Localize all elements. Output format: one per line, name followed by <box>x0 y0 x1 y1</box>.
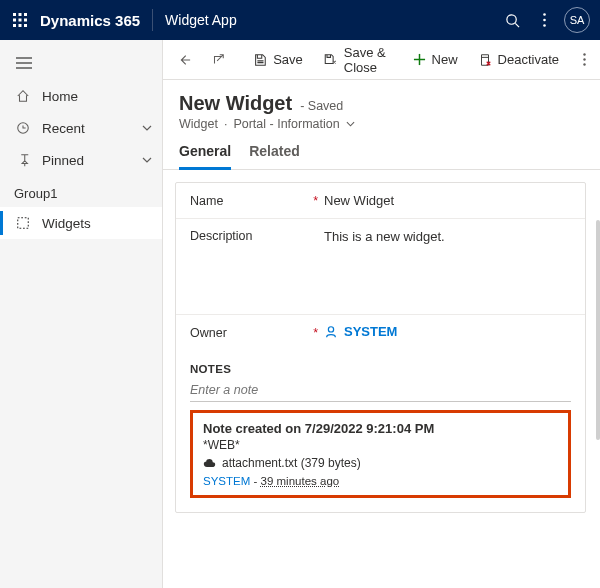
svg-rect-4 <box>19 19 22 22</box>
scrollbar[interactable] <box>596 220 600 440</box>
field-owner[interactable]: Owner* SYSTEM <box>176 315 585 351</box>
field-name-value[interactable]: New Widget <box>324 193 571 208</box>
owner-value: SYSTEM <box>344 324 397 339</box>
plus-icon <box>413 53 426 66</box>
site-map-sidebar: Home Recent Pinned Group1 Widgets <box>0 40 163 588</box>
svg-point-11 <box>543 13 546 16</box>
tab-general[interactable]: General <box>179 143 231 170</box>
chevron-down-icon[interactable] <box>346 121 355 127</box>
chevron-down-icon <box>142 125 152 131</box>
global-top-bar: Dynamics 365 Widget App SA <box>0 0 600 40</box>
form-panel: Name* New Widget Description This is a n… <box>175 182 586 513</box>
svg-rect-7 <box>19 24 22 27</box>
svg-point-21 <box>583 53 585 55</box>
user-avatar[interactable]: SA <box>564 7 590 33</box>
person-icon <box>324 325 338 339</box>
sidebar-toggle-icon[interactable] <box>0 46 162 80</box>
save-label: Save <box>273 52 303 67</box>
field-desc-value[interactable]: This is a new widget. <box>324 229 571 244</box>
nav-widgets-label: Widgets <box>42 216 91 231</box>
svg-point-13 <box>543 24 546 27</box>
owner-link[interactable]: SYSTEM <box>324 324 397 339</box>
note-card-highlighted: Note created on 7/29/2022 9:21:04 PM *WE… <box>190 410 571 498</box>
form-body: Name* New Widget Description This is a n… <box>163 170 600 588</box>
form-selector[interactable]: Portal - Information <box>233 117 339 131</box>
notes-header: NOTES <box>176 351 585 377</box>
crumb-entity: Widget <box>179 117 218 131</box>
app-launcher-icon[interactable] <box>6 6 34 34</box>
note-age: 39 minutes ago <box>261 475 340 487</box>
svg-rect-5 <box>24 19 27 22</box>
note-attachment-label: attachment.txt (379 bytes) <box>222 456 361 470</box>
svg-line-10 <box>515 23 519 27</box>
field-description[interactable]: Description This is a new widget. <box>176 219 585 315</box>
svg-rect-8 <box>24 24 27 27</box>
nav-group-label: Group1 <box>0 176 162 207</box>
field-name-label: Name* <box>190 194 324 208</box>
svg-rect-3 <box>13 19 16 22</box>
notes-input-wrap[interactable] <box>190 379 571 402</box>
note-source: *WEB* <box>203 438 558 452</box>
chevron-down-icon <box>142 157 152 163</box>
field-owner-label: Owner* <box>190 326 324 340</box>
note-title: Note created on 7/29/2022 9:21:04 PM <box>203 421 558 436</box>
pin-icon <box>14 153 32 167</box>
new-label: New <box>432 52 458 67</box>
save-close-button[interactable]: Save & Close <box>315 45 401 75</box>
save-icon <box>253 53 267 67</box>
cloud-icon <box>203 458 216 468</box>
form-tabs: General Related <box>163 131 600 170</box>
brand-label[interactable]: Dynamics 365 <box>40 12 140 29</box>
svg-rect-1 <box>19 13 22 16</box>
note-meta: SYSTEM - 39 minutes ago <box>203 475 558 487</box>
save-button[interactable]: Save <box>245 45 311 75</box>
home-icon <box>14 89 32 103</box>
nav-pinned-label: Pinned <box>42 153 84 168</box>
save-close-icon <box>323 53 338 67</box>
save-close-label: Save & Close <box>344 45 393 75</box>
command-bar: Save Save & Close New Deactivate <box>163 40 600 80</box>
svg-point-12 <box>543 19 546 22</box>
note-attachment[interactable]: attachment.txt (379 bytes) <box>203 456 361 470</box>
deactivate-label: Deactivate <box>498 52 559 67</box>
content-area: Save Save & Close New Deactivate <box>163 40 600 588</box>
svg-point-22 <box>583 58 585 60</box>
svg-point-24 <box>328 327 333 332</box>
widget-icon <box>14 216 32 230</box>
more-vertical-icon[interactable] <box>528 4 560 36</box>
back-button[interactable] <box>169 45 199 75</box>
field-name[interactable]: Name* New Widget <box>176 183 585 219</box>
deactivate-icon <box>478 53 492 67</box>
nav-home-label: Home <box>42 89 78 104</box>
record-status: - Saved <box>300 99 343 113</box>
divider <box>152 9 153 31</box>
overflow-button[interactable] <box>575 45 594 75</box>
svg-point-23 <box>583 63 585 65</box>
record-title: New Widget <box>179 92 292 115</box>
nav-home[interactable]: Home <box>0 80 162 112</box>
form-breadcrumb: Widget · Portal - Information <box>179 117 584 131</box>
clock-icon <box>14 121 32 135</box>
open-new-window-button[interactable] <box>203 45 233 75</box>
svg-rect-2 <box>24 13 27 16</box>
deactivate-button[interactable]: Deactivate <box>470 45 567 75</box>
svg-rect-0 <box>13 13 16 16</box>
svg-rect-6 <box>13 24 16 27</box>
nav-recent[interactable]: Recent <box>0 112 162 144</box>
svg-point-9 <box>506 14 515 23</box>
tab-related[interactable]: Related <box>249 143 300 169</box>
new-button[interactable]: New <box>405 45 466 75</box>
nav-widgets[interactable]: Widgets <box>0 207 162 239</box>
app-name[interactable]: Widget App <box>165 12 237 28</box>
search-icon[interactable] <box>496 4 528 36</box>
svg-rect-18 <box>18 218 29 229</box>
form-header: New Widget - Saved Widget · Portal - Inf… <box>163 80 600 131</box>
nav-recent-label: Recent <box>42 121 85 136</box>
notes-input[interactable] <box>190 379 571 401</box>
note-author[interactable]: SYSTEM <box>203 475 250 487</box>
nav-pinned[interactable]: Pinned <box>0 144 162 176</box>
field-desc-label: Description <box>190 229 324 243</box>
